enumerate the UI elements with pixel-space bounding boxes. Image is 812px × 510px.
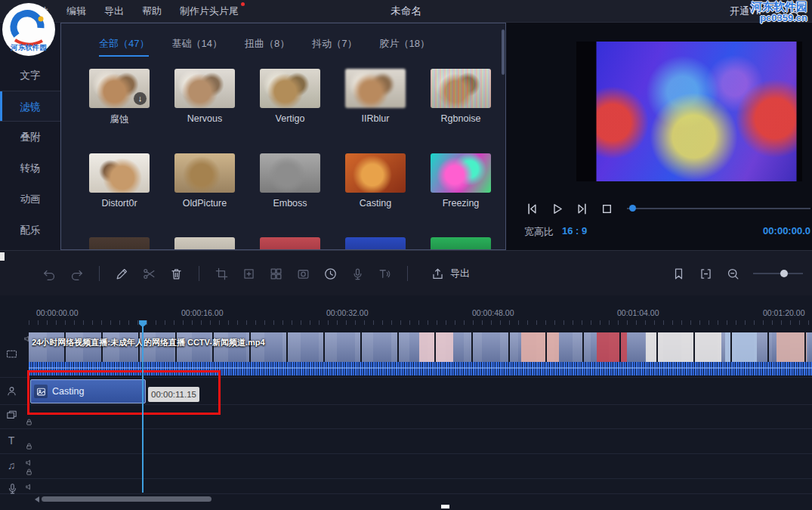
track-lock-icon[interactable] bbox=[25, 442, 33, 450]
watermark-site-url: pc0359.cn bbox=[751, 13, 807, 23]
clip-thumb-segment bbox=[646, 332, 721, 362]
selection-highlight bbox=[27, 370, 221, 415]
filter-thumbnail bbox=[89, 153, 150, 193]
tab-film[interactable]: 胶片（18） bbox=[379, 37, 429, 57]
menu-bar: 文件 编辑 导出 帮助 制作片头片尾 未命名 开通VIP bbox=[0, 0, 812, 23]
video-editor-app: 文件 编辑 导出 帮助 制作片头片尾 未命名 开通VIP 素材 文字 滤镜 叠附… bbox=[0, 0, 812, 510]
export-button[interactable]: 导出 bbox=[431, 267, 470, 281]
watermark-site-name: 河东软件园 bbox=[751, 1, 807, 13]
download-icon[interactable]: ↓ bbox=[134, 92, 147, 105]
menu-help[interactable]: 帮助 bbox=[142, 5, 162, 18]
filter-item[interactable]: ↓ 腐蚀 bbox=[89, 69, 150, 126]
panel-scrollbar[interactable] bbox=[502, 29, 505, 75]
filter-item[interactable]: OldPicture bbox=[174, 153, 235, 209]
filter-name: Distort0r bbox=[89, 198, 150, 209]
preview-timecode: 00:00:00.0 bbox=[763, 225, 810, 236]
export-icon bbox=[431, 267, 445, 281]
music-track-icon: ♫ bbox=[0, 459, 23, 471]
duration-icon[interactable] bbox=[323, 267, 338, 281]
track-mute-icon[interactable] bbox=[25, 459, 33, 467]
text-to-speech-icon[interactable] bbox=[378, 267, 392, 281]
track-divider bbox=[0, 478, 812, 479]
filter-name: Rgbnoise bbox=[431, 113, 491, 124]
filter-item[interactable]: Vertigo bbox=[260, 69, 320, 124]
video-clip[interactable]: 24小时网络视频直播:未成年人的网络直播 CCTV-新闻频道.mp4 bbox=[29, 332, 812, 376]
filter-thumbnail bbox=[260, 153, 320, 193]
record-track-icon bbox=[6, 482, 19, 495]
marker-icon[interactable] bbox=[672, 267, 686, 281]
redo-icon[interactable] bbox=[69, 267, 84, 281]
clip-thumb-segment bbox=[521, 332, 559, 362]
mosaic-icon[interactable] bbox=[269, 267, 283, 281]
track-lock-icon[interactable] bbox=[25, 468, 33, 476]
timeline-area: 00:00:00.00 00:00:16.00 00:00:32.00 00:0… bbox=[0, 295, 812, 510]
canvas-size-icon[interactable] bbox=[242, 267, 256, 281]
split-icon[interactable] bbox=[142, 267, 156, 281]
track-lock-icon[interactable] bbox=[25, 418, 33, 426]
sidebar-item-filters[interactable]: 滤镜 bbox=[0, 91, 60, 122]
filter-item[interactable]: IIRblur bbox=[345, 69, 406, 124]
snapshot-icon[interactable] bbox=[296, 267, 310, 281]
playhead-handle[interactable] bbox=[139, 320, 147, 327]
track-mute-icon[interactable] bbox=[25, 483, 33, 491]
aspect-ratio-value[interactable]: 16 : 9 bbox=[562, 225, 587, 236]
filter-thumbnail[interactable] bbox=[345, 237, 406, 250]
filter-item[interactable]: Casting bbox=[345, 153, 406, 209]
sidebar-item-music[interactable]: 配乐 bbox=[0, 215, 60, 246]
filter-item[interactable]: Distort0r bbox=[89, 153, 150, 209]
sidebar-item-overlays[interactable]: 叠附 bbox=[0, 122, 60, 153]
filter-item[interactable]: Rgbnoise bbox=[431, 69, 491, 124]
delete-icon[interactable] bbox=[169, 267, 184, 281]
filter-thumbnail[interactable] bbox=[89, 237, 150, 250]
tab-distort[interactable]: 扭曲（8） bbox=[245, 37, 289, 57]
undo-icon[interactable] bbox=[42, 267, 57, 281]
filter-thumbnail[interactable] bbox=[174, 237, 235, 250]
menu-edit[interactable]: 编辑 bbox=[66, 5, 86, 18]
next-frame-button[interactable] bbox=[574, 201, 590, 217]
filter-thumbnail[interactable] bbox=[260, 237, 320, 250]
zoom-out-icon[interactable] bbox=[726, 267, 740, 281]
zoom-slider[interactable] bbox=[753, 273, 803, 274]
voiceover-icon[interactable] bbox=[350, 267, 365, 281]
toolbar-notch bbox=[0, 252, 5, 261]
zoom-slider-knob[interactable] bbox=[780, 270, 788, 277]
sidebar-item-text[interactable]: 文字 bbox=[0, 60, 60, 91]
toolbar-right-group bbox=[672, 251, 803, 296]
tab-all[interactable]: 全部（47） bbox=[99, 37, 149, 57]
sidebar-item-animation[interactable]: 动画 bbox=[0, 184, 60, 215]
sidebar: 素材 文字 滤镜 叠附 转场 动画 配乐 bbox=[0, 23, 60, 250]
menu-export[interactable]: 导出 bbox=[104, 5, 124, 18]
tab-basic[interactable]: 基础（14） bbox=[171, 37, 221, 57]
ruler-label: 00:01:04.00 bbox=[617, 308, 659, 317]
edit-icon[interactable] bbox=[115, 267, 129, 281]
menu-intro-outro[interactable]: 制作片头片尾 bbox=[180, 5, 239, 18]
previous-frame-button[interactable] bbox=[524, 201, 540, 217]
filter-thumbnail bbox=[345, 69, 406, 108]
scroll-left-arrow[interactable] bbox=[35, 496, 39, 502]
preview-panel: 宽高比 16 : 9 00:00:00.0 bbox=[506, 23, 812, 250]
fit-timeline-icon[interactable] bbox=[699, 267, 713, 281]
ruler-label: 00:00:48.00 bbox=[472, 308, 514, 317]
toolbar-divider bbox=[407, 266, 408, 281]
play-button[interactable] bbox=[549, 201, 565, 217]
filter-item[interactable]: Nervous bbox=[174, 69, 235, 124]
filter-item[interactable]: Emboss bbox=[260, 153, 320, 209]
transport-controls bbox=[524, 201, 615, 217]
seek-knob[interactable] bbox=[629, 205, 636, 212]
menu-intro-outro-label: 制作片头片尾 bbox=[180, 5, 239, 17]
filter-library-panel: 全部（47） 基础（14） 扭曲（8） 抖动（7） 胶片（18） ↓ 腐蚀 Ne… bbox=[60, 23, 506, 250]
playhead[interactable] bbox=[142, 320, 144, 493]
crop-icon[interactable] bbox=[215, 267, 229, 281]
stop-button[interactable] bbox=[599, 201, 615, 217]
filter-thumbnail bbox=[431, 153, 491, 193]
tab-shake[interactable]: 抖动（7） bbox=[312, 37, 357, 57]
sidebar-item-transitions[interactable]: 转场 bbox=[0, 153, 60, 184]
seek-bar[interactable] bbox=[627, 208, 810, 209]
horizontal-scrollbar[interactable] bbox=[42, 496, 211, 502]
filter-thumbnail[interactable] bbox=[431, 237, 491, 250]
filter-item[interactable]: Freezing bbox=[431, 153, 491, 209]
overlay-track-icon bbox=[5, 409, 18, 422]
resize-handle[interactable] bbox=[441, 505, 449, 508]
filter-name: IIRblur bbox=[345, 113, 406, 124]
track-divider bbox=[0, 428, 812, 429]
